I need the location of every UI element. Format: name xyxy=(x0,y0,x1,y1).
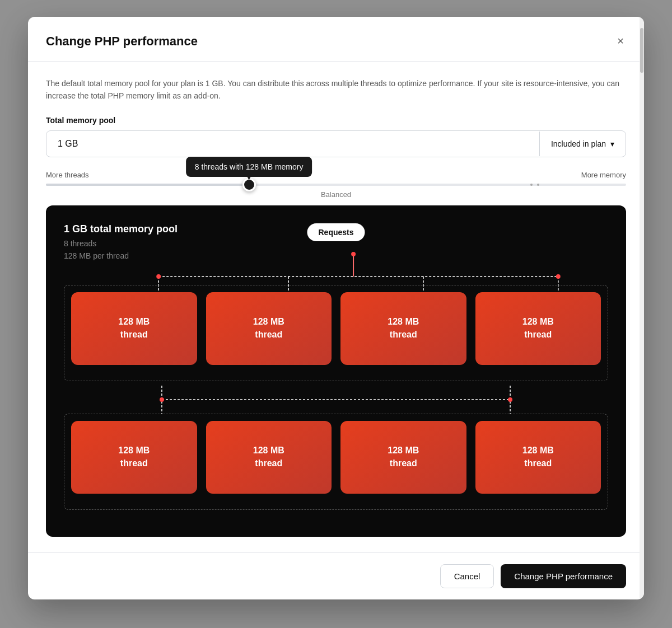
plan-option-label: Included in plan xyxy=(551,139,606,148)
requests-badge: Requests xyxy=(307,223,365,241)
thread-card-5: 128 MBthread xyxy=(71,421,197,494)
thread-label-3: 128 MBthread xyxy=(388,316,419,341)
svg-point-6 xyxy=(156,274,161,279)
slider-container: 8 threads with 128 MB memory xyxy=(46,184,626,186)
connection-lines-bottom xyxy=(64,386,608,414)
slider-labels: More threads More memory xyxy=(46,171,626,179)
svg-point-8 xyxy=(351,252,356,256)
slider-fill xyxy=(46,184,249,186)
thread-label-5: 128 MBthread xyxy=(118,444,150,470)
memory-pool-label: Total memory pool xyxy=(46,116,626,125)
balanced-label: Balanced xyxy=(46,190,626,199)
slider-tooltip: 8 threads with 128 MB memory xyxy=(186,157,312,177)
memory-value: 1 GB xyxy=(46,131,539,157)
confirm-button[interactable]: Change PHP performance xyxy=(501,564,626,588)
slider-tick-marks xyxy=(530,184,539,186)
more-memory-label: More memory xyxy=(581,171,626,179)
scrollbar[interactable] xyxy=(640,17,644,599)
thread-card-2: 128 MBthread xyxy=(206,292,332,365)
svg-point-12 xyxy=(160,397,164,402)
memory-selector: 1 GB Included in plan ▾ xyxy=(46,130,626,157)
thread-label-7: 128 MBthread xyxy=(388,444,419,470)
visualization: 1 GB total memory pool 8 threads 128 MB … xyxy=(46,205,626,537)
description-text: The default total memory pool for your p… xyxy=(46,77,626,102)
modal-overlay: Change PHP performance × The default tot… xyxy=(0,0,672,628)
thread-card-4: 128 MBthread xyxy=(475,292,601,365)
thread-label-4: 128 MBthread xyxy=(522,316,554,341)
modal-title: Change PHP performance xyxy=(46,34,198,49)
thread-group-bottom: 128 MBthread 128 MBthread 128 MBthread 1… xyxy=(64,414,608,510)
modal-body: The default total memory pool for your p… xyxy=(28,62,644,552)
cancel-button[interactable]: Cancel xyxy=(440,564,494,588)
thread-label-8: 128 MBthread xyxy=(522,444,554,470)
slider-track[interactable] xyxy=(46,184,626,186)
svg-point-7 xyxy=(556,274,561,279)
close-button[interactable]: × xyxy=(615,32,626,50)
thread-group-top: 128 MBthread 128 MBthread 128 MBthread 1… xyxy=(64,285,608,381)
slider-thumb-area: 8 threads with 128 MB memory xyxy=(242,184,256,197)
thread-card-3: 128 MBthread xyxy=(340,292,466,365)
tick-dot-2 xyxy=(537,184,539,186)
thread-card-1: 128 MBthread xyxy=(71,292,197,365)
tick-dot-1 xyxy=(530,184,533,186)
slider-section: More threads More memory 8 threads with … xyxy=(46,171,626,199)
thread-card-6: 128 MBthread xyxy=(206,421,332,494)
scrollbar-thumb[interactable] xyxy=(640,28,643,73)
thread-card-7: 128 MBthread xyxy=(340,421,466,494)
svg-point-13 xyxy=(508,397,512,402)
modal: Change PHP performance × The default tot… xyxy=(28,17,644,599)
thread-card-8: 128 MBthread xyxy=(475,421,601,494)
modal-header: Change PHP performance × xyxy=(28,17,644,62)
threads-row-top: 128 MBthread 128 MBthread 128 MBthread 1… xyxy=(71,292,601,365)
threads-grid-wrapper: 128 MBthread 128 MBthread 128 MBthread 1… xyxy=(64,285,608,510)
threads-row-bottom: 128 MBthread 128 MBthread 128 MBthread 1… xyxy=(71,421,601,494)
thread-label-2: 128 MBthread xyxy=(253,316,284,341)
thread-label-6: 128 MBthread xyxy=(253,444,284,470)
dropdown-chevron-icon: ▾ xyxy=(610,139,614,148)
thread-label-1: 128 MBthread xyxy=(118,316,150,341)
memory-plan-dropdown[interactable]: Included in plan ▾ xyxy=(539,132,626,156)
more-threads-label: More threads xyxy=(46,171,89,179)
modal-footer: Cancel Change PHP performance xyxy=(28,552,644,599)
memory-pool-section: Total memory pool 1 GB Included in plan … xyxy=(46,116,626,157)
